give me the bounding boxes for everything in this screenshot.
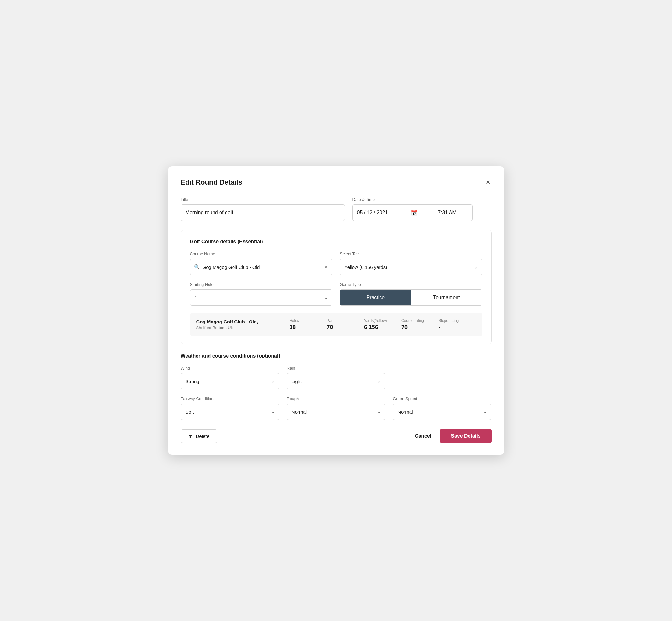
yards-label: Yards(Yellow) [364,318,387,323]
title-field-group: Title [181,197,345,221]
green-speed-select-wrap[interactable]: SlowNormalFast ⌄ [393,404,491,420]
modal-header: Edit Round Details × [181,178,492,187]
course-info-name: Gog Magog Golf Club - Old, [196,319,290,324]
course-rating-stat: Course rating 70 [401,318,438,331]
rough-group: Rough SoftNormalFirm ⌄ [287,396,385,420]
game-type-toggle: Practice Tournament [340,289,482,306]
title-input[interactable] [181,204,345,221]
hole-gametype-row: Starting Hole 1234 5678 910 ⌄ Game Type … [190,282,482,306]
course-tee-row: Course Name 🔍 ✕ Select Tee Yellow (6,156… [190,251,482,275]
practice-button[interactable]: Practice [340,290,411,305]
par-stat: Par 70 [327,318,364,331]
wind-dropdown[interactable]: NoneLightModerateStrong [181,373,279,389]
holes-stat: Holes 18 [289,318,327,331]
starting-hole-dropdown[interactable]: 1234 5678 910 [190,289,333,306]
game-type-label: Game Type [340,282,482,287]
starting-hole-wrap[interactable]: 1234 5678 910 ⌄ [190,289,333,306]
delete-label: Delete [196,433,209,439]
fairway-select-wrap[interactable]: SoftNormalFirm ⌄ [181,404,279,420]
title-label: Title [181,197,345,202]
weather-title: Weather and course conditions (optional) [181,353,492,359]
time-input[interactable]: 7:31 AM [422,204,473,221]
select-tee-wrap[interactable]: Yellow (6,156 yards) White Red Blue ⌄ [340,259,482,275]
wind-group: Wind NoneLightModerateStrong ⌄ [181,366,279,389]
fairway-rough-green-row: Fairway Conditions SoftNormalFirm ⌄ Roug… [181,396,492,420]
holes-value: 18 [289,324,296,331]
delete-button[interactable]: 🗑 Delete [181,429,217,443]
close-button[interactable]: × [485,178,492,187]
wind-label: Wind [181,366,279,370]
rough-label: Rough [287,396,385,401]
datetime-group: 05 / 12 / 2021 📅 7:31 AM [352,204,473,221]
search-icon: 🔍 [194,264,200,270]
weather-section: Weather and course conditions (optional)… [181,353,492,420]
datetime-label: Date & Time [352,197,473,202]
yards-stat: Yards(Yellow) 6,156 [364,318,401,331]
rough-select-wrap[interactable]: SoftNormalFirm ⌄ [287,404,385,420]
rain-dropdown[interactable]: NoneLightModerateHeavy [287,373,385,389]
rain-label: Rain [287,366,385,370]
calendar-icon: 📅 [411,210,417,216]
starting-hole-group: Starting Hole 1234 5678 910 ⌄ [190,282,333,306]
green-speed-label: Green Speed [393,396,491,401]
course-rating-value: 70 [401,324,408,331]
green-speed-group: Green Speed SlowNormalFast ⌄ [393,396,491,420]
top-fields-row: Title Date & Time 05 / 12 / 2021 📅 7:31 … [181,197,492,221]
course-info-name-col: Gog Magog Golf Club - Old, Shelford Bott… [196,319,290,330]
course-rating-label: Course rating [401,318,424,323]
course-name-input[interactable] [203,264,322,270]
datetime-field-group: Date & Time 05 / 12 / 2021 📅 7:31 AM [352,197,473,221]
starting-hole-label: Starting Hole [190,282,333,287]
slope-rating-value: - [438,324,440,331]
select-tee-group: Select Tee Yellow (6,156 yards) White Re… [340,251,482,275]
rough-dropdown[interactable]: SoftNormalFirm [287,404,385,420]
slope-rating-stat: Slope rating - [438,318,476,331]
wind-rain-row: Wind NoneLightModerateStrong ⌄ Rain None… [181,366,492,389]
slope-rating-label: Slope rating [438,318,459,323]
golf-section-title: Golf Course details (Essential) [190,239,482,245]
date-input[interactable]: 05 / 12 / 2021 📅 [352,204,422,221]
course-info-row: Gog Magog Golf Club - Old, Shelford Bott… [190,313,482,336]
holes-label: Holes [289,318,299,323]
cancel-button[interactable]: Cancel [415,433,431,439]
time-value: 7:31 AM [438,210,457,215]
modal-title: Edit Round Details [181,178,243,187]
bottom-actions: 🗑 Delete Cancel Save Details [181,429,492,443]
date-value: 05 / 12 / 2021 [357,210,388,215]
green-speed-dropdown[interactable]: SlowNormalFast [393,404,491,420]
clear-icon[interactable]: ✕ [324,264,328,270]
game-type-group: Game Type Practice Tournament [340,282,482,306]
golf-course-section: Golf Course details (Essential) Course N… [181,230,492,344]
fairway-group: Fairway Conditions SoftNormalFirm ⌄ [181,396,279,420]
select-tee-label: Select Tee [340,251,482,256]
wind-select-wrap[interactable]: NoneLightModerateStrong ⌄ [181,373,279,389]
right-actions: Cancel Save Details [415,429,492,443]
select-tee-dropdown[interactable]: Yellow (6,156 yards) White Red Blue [340,259,482,275]
par-value: 70 [327,324,333,331]
save-button[interactable]: Save Details [440,429,491,443]
yards-value: 6,156 [364,324,378,331]
fairway-dropdown[interactable]: SoftNormalFirm [181,404,279,420]
course-info-location: Shelford Bottom, UK [196,325,290,330]
edit-round-modal: Edit Round Details × Title Date & Time 0… [168,166,504,455]
rain-group: Rain NoneLightModerateHeavy ⌄ [287,366,385,389]
fairway-label: Fairway Conditions [181,396,279,401]
rain-select-wrap[interactable]: NoneLightModerateHeavy ⌄ [287,373,385,389]
par-label: Par [327,318,333,323]
trash-icon: 🗑 [189,433,194,439]
course-name-input-wrap[interactable]: 🔍 ✕ [190,259,333,275]
course-name-label: Course Name [190,251,333,256]
tournament-button[interactable]: Tournament [411,290,482,305]
course-name-group: Course Name 🔍 ✕ [190,251,333,275]
